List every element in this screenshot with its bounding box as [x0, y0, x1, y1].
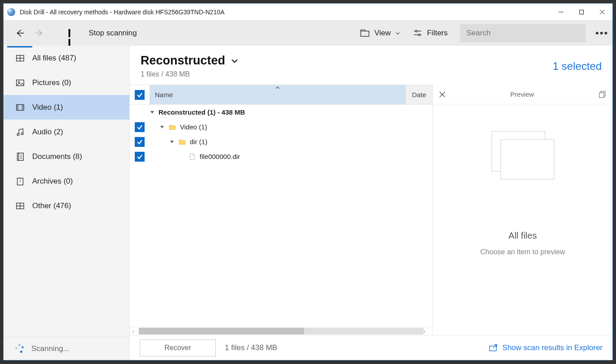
recover-button[interactable]: Recover — [140, 339, 216, 356]
row-label: file000000.dir — [200, 153, 240, 160]
content-header: Reconstructed 1 files / 438 MB 1 selecte… — [130, 46, 612, 85]
more-button[interactable]: ••• — [589, 24, 607, 42]
expand-icon[interactable] — [159, 124, 165, 130]
sidebar-item-0[interactable]: All files (487) — [4, 46, 129, 70]
svg-rect-39 — [490, 346, 496, 351]
row-checkbox[interactable] — [130, 137, 150, 147]
tree-row-2[interactable]: dir (1) — [130, 134, 432, 149]
row-label: dir (1) — [190, 138, 207, 146]
list-area: Name Date Reconstructed (1) - 438 MBVide… — [130, 85, 612, 335]
row-label: Video (1) — [180, 123, 207, 131]
sort-asc-icon — [275, 86, 280, 90]
preview-state-title: All files — [509, 231, 537, 241]
row-label: Reconstructed (1) - 438 MB — [158, 108, 245, 116]
recover-label: Recover — [164, 344, 191, 352]
pause-icon — [68, 29, 74, 37]
sidebar-item-2[interactable]: Video (1) — [4, 95, 129, 120]
body: All files (487)Pictures (0)Video (1)Audi… — [4, 46, 612, 360]
scroll-left-icon[interactable]: ‹ — [133, 328, 139, 334]
sidebar-item-4[interactable]: Documents (8) — [4, 144, 129, 169]
stop-scanning-label[interactable]: Stop scanning — [89, 29, 137, 38]
external-folder-icon — [489, 343, 498, 352]
sidebar-item-label: All files (487) — [32, 54, 76, 63]
column-name[interactable]: Name — [150, 85, 406, 104]
preview-title: Preview — [445, 90, 599, 98]
toolbar: Stop scanning View Filters Search ••• — [4, 21, 612, 46]
svg-rect-6 — [361, 31, 369, 36]
spinner-icon — [14, 344, 24, 354]
image-icon — [15, 78, 25, 88]
grid-icon — [15, 53, 25, 63]
search-input[interactable]: Search — [460, 24, 586, 42]
svg-rect-38 — [599, 93, 604, 98]
select-all-checkbox[interactable] — [130, 85, 150, 104]
preview-state-sub: Choose an item to preview — [480, 248, 565, 256]
filters-label: Filters — [427, 29, 448, 38]
copy-icon[interactable] — [599, 91, 606, 98]
row-checkbox[interactable] — [130, 122, 150, 132]
svg-point-8 — [415, 30, 417, 32]
sidebar-item-label: Video (1) — [32, 103, 63, 112]
close-icon[interactable] — [439, 91, 445, 98]
footer: Recover 1 files / 438 MB Show scan resul… — [130, 335, 612, 360]
file-icon — [188, 153, 196, 161]
app-window: Disk Drill - All recovery methods - Hard… — [3, 3, 613, 360]
grid-icon — [15, 201, 25, 211]
row-checkbox[interactable] — [130, 152, 150, 162]
explorer-link-label: Show scan results in Explorer — [502, 343, 603, 352]
selected-count: 1 selected — [553, 60, 602, 73]
column-date[interactable]: Date — [406, 85, 432, 104]
filters-button[interactable]: Filters — [406, 24, 454, 42]
window-controls — [551, 4, 612, 21]
section-subtitle: 1 files / 438 MB — [141, 70, 553, 78]
folder-open-icon — [360, 28, 370, 38]
sidebar-item-5[interactable]: Archives (0) — [4, 169, 129, 193]
sidebar-item-1[interactable]: Pictures (0) — [4, 70, 129, 95]
chevron-down-icon — [395, 31, 400, 36]
show-in-explorer-link[interactable]: Show scan results in Explorer — [489, 343, 603, 352]
back-button[interactable] — [12, 25, 28, 41]
sidebar-item-3[interactable]: Audio (2) — [4, 120, 129, 144]
tree-rows: Reconstructed (1) - 438 MBVideo (1)dir (… — [130, 105, 432, 327]
preview-thumb-icon — [492, 131, 554, 180]
sidebar-item-6[interactable]: Other (476) — [4, 193, 129, 218]
column-date-label: Date — [412, 91, 426, 98]
view-menu[interactable]: View — [354, 24, 406, 42]
horizontal-scrollbar[interactable]: ‹ › — [130, 327, 432, 335]
file-list: Name Date Reconstructed (1) - 438 MBVide… — [130, 85, 432, 335]
status-bar: Scanning... — [4, 337, 129, 360]
svg-rect-1 — [580, 10, 584, 14]
sliders-icon — [413, 28, 423, 38]
section-dropdown[interactable]: Reconstructed — [141, 54, 553, 68]
doc-icon — [15, 152, 25, 162]
window-title: Disk Drill - All recovery methods - Hard… — [20, 9, 551, 16]
svg-point-24 — [21, 133, 23, 135]
pause-button[interactable] — [63, 25, 79, 41]
column-headers: Name Date — [130, 85, 432, 105]
close-button[interactable] — [592, 4, 612, 21]
sidebar-item-label: Pictures (0) — [32, 78, 71, 87]
chevron-down-icon — [231, 57, 239, 65]
film-icon — [15, 103, 25, 112]
svg-point-15 — [18, 81, 20, 82]
expand-icon[interactable] — [150, 110, 155, 115]
svg-rect-16 — [17, 104, 24, 110]
sidebar-item-label: Other (476) — [32, 201, 71, 210]
tree-row-0[interactable]: Reconstructed (1) - 438 MB — [130, 105, 432, 120]
column-name-label: Name — [155, 91, 173, 98]
sidebar-item-label: Audio (2) — [32, 128, 63, 137]
music-icon — [15, 127, 25, 137]
status-text: Scanning... — [31, 344, 69, 353]
minimize-button[interactable] — [551, 4, 571, 21]
footer-info: 1 files / 438 MB — [225, 343, 277, 352]
folder-icon — [168, 123, 176, 131]
forward-button[interactable] — [31, 25, 47, 41]
preview-panel: Preview All files Choose an item to prev… — [432, 85, 612, 335]
tree-row-3[interactable]: file000000.dir — [130, 149, 432, 164]
sidebar: All files (487)Pictures (0)Video (1)Audi… — [4, 46, 130, 360]
expand-icon[interactable] — [169, 139, 175, 145]
tree-row-1[interactable]: Video (1) — [130, 120, 432, 134]
maximize-button[interactable] — [571, 4, 592, 21]
svg-point-10 — [418, 34, 420, 36]
scroll-right-icon[interactable]: › — [424, 328, 430, 334]
